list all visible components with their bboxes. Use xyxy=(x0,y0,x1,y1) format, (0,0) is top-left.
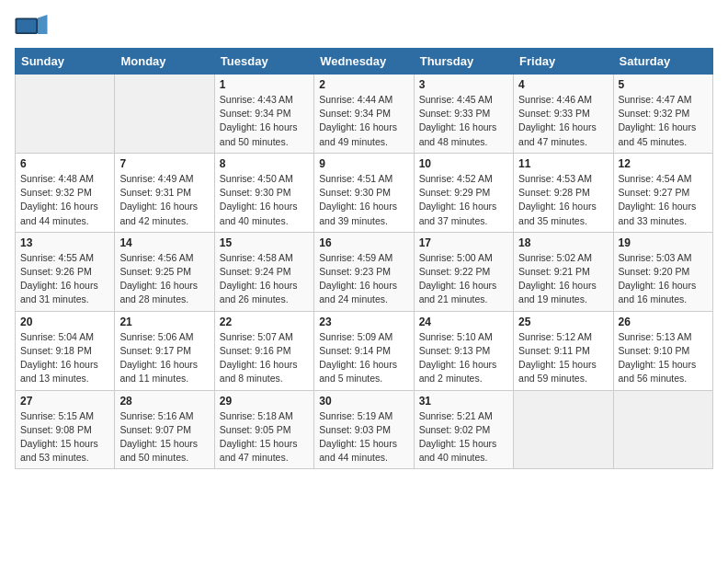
calendar-header-row: SundayMondayTuesdayWednesdayThursdayFrid… xyxy=(16,49,713,75)
calendar-cell: 9Sunrise: 4:51 AM Sunset: 9:30 PM Daylig… xyxy=(314,153,414,232)
logo xyxy=(15,15,51,40)
calendar-cell: 25Sunrise: 5:12 AM Sunset: 9:11 PM Dayli… xyxy=(514,311,613,390)
day-info: Sunrise: 4:56 AM Sunset: 9:25 PM Dayligh… xyxy=(119,251,209,307)
column-header-thursday: Thursday xyxy=(414,49,513,75)
calendar-cell: 14Sunrise: 4:56 AM Sunset: 9:25 PM Dayli… xyxy=(115,232,214,311)
day-info: Sunrise: 4:48 AM Sunset: 9:32 PM Dayligh… xyxy=(20,172,109,228)
day-number: 24 xyxy=(419,316,508,328)
day-number: 31 xyxy=(419,395,508,408)
calendar-week-4: 20Sunrise: 5:04 AM Sunset: 9:18 PM Dayli… xyxy=(16,311,713,390)
day-info: Sunrise: 5:09 AM Sunset: 9:14 PM Dayligh… xyxy=(319,330,408,386)
day-info: Sunrise: 5:04 AM Sunset: 9:18 PM Dayligh… xyxy=(20,330,109,386)
calendar-table: SundayMondayTuesdayWednesdayThursdayFrid… xyxy=(15,48,713,469)
calendar-cell: 30Sunrise: 5:19 AM Sunset: 9:03 PM Dayli… xyxy=(314,390,414,469)
day-number: 1 xyxy=(220,78,309,91)
day-info: Sunrise: 4:53 AM Sunset: 9:28 PM Dayligh… xyxy=(518,172,608,228)
day-info: Sunrise: 5:03 AM Sunset: 9:20 PM Dayligh… xyxy=(619,251,708,307)
logo-icon xyxy=(15,15,48,40)
calendar-cell: 8Sunrise: 4:50 AM Sunset: 9:30 PM Daylig… xyxy=(214,153,313,232)
day-number: 26 xyxy=(619,316,708,328)
day-info: Sunrise: 5:13 AM Sunset: 9:10 PM Dayligh… xyxy=(619,330,708,386)
day-number: 4 xyxy=(518,78,608,91)
calendar-cell: 5Sunrise: 4:47 AM Sunset: 9:32 PM Daylig… xyxy=(613,75,712,154)
day-number: 22 xyxy=(220,316,309,328)
day-number: 29 xyxy=(220,395,309,408)
day-info: Sunrise: 5:02 AM Sunset: 9:21 PM Dayligh… xyxy=(518,251,608,307)
calendar-cell: 15Sunrise: 4:58 AM Sunset: 9:24 PM Dayli… xyxy=(214,232,313,311)
day-info: Sunrise: 5:15 AM Sunset: 9:08 PM Dayligh… xyxy=(20,409,109,465)
calendar-week-3: 13Sunrise: 4:55 AM Sunset: 9:26 PM Dayli… xyxy=(16,232,713,311)
calendar-cell: 2Sunrise: 4:44 AM Sunset: 9:34 PM Daylig… xyxy=(314,75,414,154)
day-number: 19 xyxy=(619,236,708,249)
svg-marker-1 xyxy=(38,15,48,34)
day-info: Sunrise: 4:55 AM Sunset: 9:26 PM Dayligh… xyxy=(20,251,109,307)
day-number: 3 xyxy=(419,78,508,91)
calendar-cell: 16Sunrise: 4:59 AM Sunset: 9:23 PM Dayli… xyxy=(314,232,414,311)
calendar-cell xyxy=(16,75,115,154)
day-number: 7 xyxy=(119,157,209,170)
calendar-cell: 27Sunrise: 5:15 AM Sunset: 9:08 PM Dayli… xyxy=(16,390,115,469)
day-number: 6 xyxy=(20,157,109,170)
day-number: 8 xyxy=(220,157,309,170)
calendar-cell: 26Sunrise: 5:13 AM Sunset: 9:10 PM Dayli… xyxy=(613,311,712,390)
day-number: 20 xyxy=(20,316,109,328)
calendar-cell: 4Sunrise: 4:46 AM Sunset: 9:33 PM Daylig… xyxy=(514,75,613,154)
day-info: Sunrise: 5:18 AM Sunset: 9:05 PM Dayligh… xyxy=(220,409,309,465)
day-number: 15 xyxy=(220,236,309,249)
svg-rect-2 xyxy=(17,19,36,32)
day-number: 25 xyxy=(518,316,608,328)
calendar-cell: 12Sunrise: 4:54 AM Sunset: 9:27 PM Dayli… xyxy=(613,153,712,232)
day-info: Sunrise: 5:16 AM Sunset: 9:07 PM Dayligh… xyxy=(119,409,209,465)
day-info: Sunrise: 5:12 AM Sunset: 9:11 PM Dayligh… xyxy=(518,330,608,386)
calendar-cell: 29Sunrise: 5:18 AM Sunset: 9:05 PM Dayli… xyxy=(214,390,313,469)
day-number: 18 xyxy=(518,236,608,249)
calendar-cell: 20Sunrise: 5:04 AM Sunset: 9:18 PM Dayli… xyxy=(16,311,115,390)
day-number: 11 xyxy=(518,157,608,170)
day-info: Sunrise: 5:19 AM Sunset: 9:03 PM Dayligh… xyxy=(319,409,408,465)
day-info: Sunrise: 4:49 AM Sunset: 9:31 PM Dayligh… xyxy=(119,172,209,228)
day-number: 27 xyxy=(20,395,109,408)
column-header-sunday: Sunday xyxy=(16,49,115,75)
calendar-cell: 19Sunrise: 5:03 AM Sunset: 9:20 PM Dayli… xyxy=(613,232,712,311)
day-number: 28 xyxy=(119,395,209,408)
day-number: 5 xyxy=(619,78,708,91)
calendar-cell: 7Sunrise: 4:49 AM Sunset: 9:31 PM Daylig… xyxy=(115,153,214,232)
day-number: 2 xyxy=(319,78,408,91)
calendar-cell: 23Sunrise: 5:09 AM Sunset: 9:14 PM Dayli… xyxy=(314,311,414,390)
day-info: Sunrise: 5:07 AM Sunset: 9:16 PM Dayligh… xyxy=(220,330,309,386)
calendar-cell: 10Sunrise: 4:52 AM Sunset: 9:29 PM Dayli… xyxy=(414,153,513,232)
day-number: 21 xyxy=(119,316,209,328)
calendar-cell xyxy=(115,75,214,154)
day-number: 10 xyxy=(419,157,508,170)
column-header-monday: Monday xyxy=(115,49,214,75)
column-header-friday: Friday xyxy=(514,49,613,75)
day-info: Sunrise: 5:00 AM Sunset: 9:22 PM Dayligh… xyxy=(419,251,508,307)
day-info: Sunrise: 4:47 AM Sunset: 9:32 PM Dayligh… xyxy=(619,93,708,149)
calendar-cell: 31Sunrise: 5:21 AM Sunset: 9:02 PM Dayli… xyxy=(414,390,513,469)
day-number: 14 xyxy=(119,236,209,249)
day-info: Sunrise: 4:51 AM Sunset: 9:30 PM Dayligh… xyxy=(319,172,408,228)
day-info: Sunrise: 5:10 AM Sunset: 9:13 PM Dayligh… xyxy=(419,330,508,386)
column-header-saturday: Saturday xyxy=(613,49,712,75)
calendar-cell: 13Sunrise: 4:55 AM Sunset: 9:26 PM Dayli… xyxy=(16,232,115,311)
day-info: Sunrise: 4:44 AM Sunset: 9:34 PM Dayligh… xyxy=(319,93,408,149)
calendar-cell xyxy=(613,390,712,469)
calendar-cell: 21Sunrise: 5:06 AM Sunset: 9:17 PM Dayli… xyxy=(115,311,214,390)
column-header-wednesday: Wednesday xyxy=(314,49,414,75)
calendar-cell xyxy=(514,390,613,469)
day-info: Sunrise: 5:21 AM Sunset: 9:02 PM Dayligh… xyxy=(419,409,508,465)
day-info: Sunrise: 4:50 AM Sunset: 9:30 PM Dayligh… xyxy=(220,172,309,228)
calendar-week-2: 6Sunrise: 4:48 AM Sunset: 9:32 PM Daylig… xyxy=(16,153,713,232)
calendar-cell: 3Sunrise: 4:45 AM Sunset: 9:33 PM Daylig… xyxy=(414,75,513,154)
day-info: Sunrise: 4:52 AM Sunset: 9:29 PM Dayligh… xyxy=(419,172,508,228)
day-info: Sunrise: 4:59 AM Sunset: 9:23 PM Dayligh… xyxy=(319,251,408,307)
day-number: 12 xyxy=(619,157,708,170)
day-info: Sunrise: 4:54 AM Sunset: 9:27 PM Dayligh… xyxy=(619,172,708,228)
day-number: 30 xyxy=(319,395,408,408)
calendar-week-5: 27Sunrise: 5:15 AM Sunset: 9:08 PM Dayli… xyxy=(16,390,713,469)
calendar-cell: 6Sunrise: 4:48 AM Sunset: 9:32 PM Daylig… xyxy=(16,153,115,232)
calendar-week-1: 1Sunrise: 4:43 AM Sunset: 9:34 PM Daylig… xyxy=(16,75,713,154)
calendar-cell: 11Sunrise: 4:53 AM Sunset: 9:28 PM Dayli… xyxy=(514,153,613,232)
day-number: 9 xyxy=(319,157,408,170)
calendar-cell: 22Sunrise: 5:07 AM Sunset: 9:16 PM Dayli… xyxy=(214,311,313,390)
